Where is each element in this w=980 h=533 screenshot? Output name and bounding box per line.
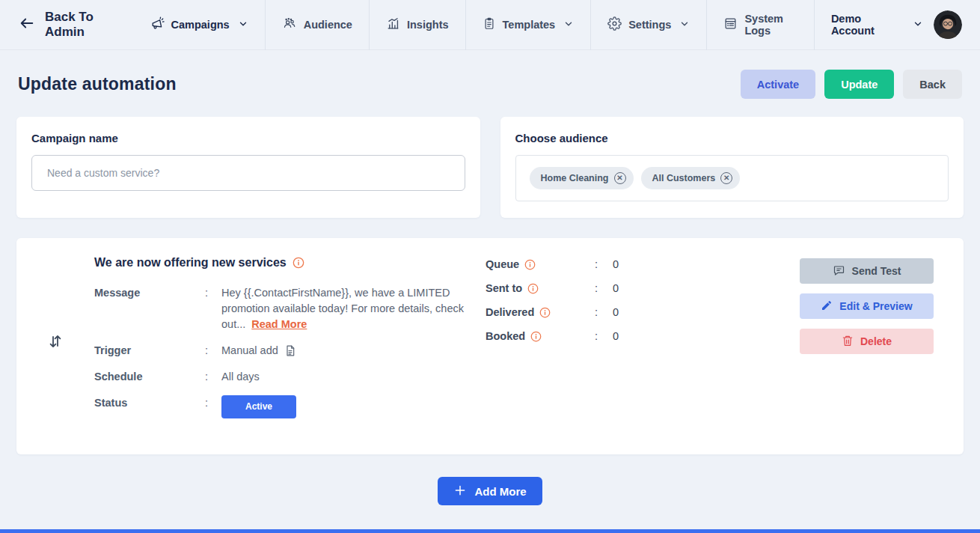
schedule-value: All days	[221, 369, 260, 385]
status-badge[interactable]: Active	[221, 395, 296, 418]
sent-to-stat-row: Sent to : 0	[486, 282, 800, 294]
colon-separator: :	[205, 395, 221, 418]
send-test-button[interactable]: Send Test	[800, 258, 934, 284]
trigger-value: Manual add	[221, 343, 296, 359]
audience-chip: Home Cleaning ✕	[530, 167, 634, 189]
campaign-name-input[interactable]	[31, 155, 465, 191]
trigger-row: Trigger : Manual add	[94, 343, 486, 359]
queue-stat-label: Queue	[486, 258, 595, 270]
colon-separator: :	[595, 282, 613, 294]
remove-chip-icon[interactable]: ✕	[614, 172, 626, 184]
automation-card: We are now offering new services Message…	[16, 238, 964, 454]
account-menu[interactable]: Demo Account	[814, 0, 934, 50]
audience-chip-label: Home Cleaning	[541, 173, 609, 183]
nav-item-audience[interactable]: Audience	[265, 0, 369, 50]
audience-chip-label: All Customers	[652, 173, 716, 183]
main-content: Campaign name Choose audience Home Clean…	[0, 117, 980, 505]
automation-stats: Queue : 0 Sent to : 0	[486, 256, 800, 429]
colon-separator: :	[595, 306, 613, 318]
nav-item-system-logs[interactable]: System Logs	[706, 0, 814, 50]
page-title: Update automation	[18, 74, 177, 94]
colon-separator: :	[595, 258, 613, 270]
add-more-container: Add More	[16, 477, 964, 505]
queue-stat-row: Queue : 0	[486, 258, 800, 270]
colon-separator: :	[205, 285, 221, 332]
colon-separator: :	[205, 343, 221, 359]
back-to-admin-button[interactable]: Back To Admin	[18, 10, 134, 40]
back-to-admin-label: Back To Admin	[45, 10, 134, 40]
gear-icon	[607, 16, 622, 33]
delete-label: Delete	[860, 335, 892, 347]
sent-to-stat-label: Sent to	[486, 282, 595, 294]
info-icon[interactable]	[530, 331, 542, 342]
nav-items: Campaigns Audience Insights Templates	[134, 0, 814, 50]
colon-separator: :	[595, 330, 613, 342]
send-test-label: Send Test	[852, 265, 901, 277]
clipboard-icon	[483, 16, 496, 33]
chevron-down-icon	[679, 19, 690, 31]
choose-audience-heading: Choose audience	[515, 132, 949, 144]
nav-label-system-logs: System Logs	[744, 13, 797, 37]
header-buttons: Activate Update Back	[741, 70, 962, 99]
nav-label-campaigns: Campaigns	[171, 19, 230, 31]
message-label: Message	[94, 285, 205, 332]
chevron-down-icon	[238, 19, 248, 31]
account-label: Demo Account	[831, 13, 905, 37]
campaign-name-heading: Campaign name	[31, 132, 465, 144]
remove-chip-icon[interactable]: ✕	[720, 172, 732, 184]
nav-item-settings[interactable]: Settings	[590, 0, 706, 50]
footer-accent-bar	[0, 529, 980, 533]
document-icon[interactable]	[284, 344, 296, 357]
people-icon	[282, 16, 297, 33]
activate-button[interactable]: Activate	[741, 70, 815, 99]
info-icon[interactable]	[527, 283, 539, 294]
nav-item-templates[interactable]: Templates	[465, 0, 591, 50]
schedule-label: Schedule	[94, 369, 205, 385]
delivered-label-text: Delivered	[486, 306, 534, 318]
campaign-name-card: Campaign name	[16, 117, 480, 218]
edit-preview-button[interactable]: Edit & Preview	[800, 293, 934, 319]
bar-chart-icon	[386, 16, 400, 33]
add-more-button[interactable]: Add More	[438, 477, 542, 505]
page-header: Update automation Activate Update Back	[0, 50, 980, 117]
top-navigation: Back To Admin Campaigns Audience Insight…	[0, 0, 980, 50]
info-icon[interactable]	[524, 259, 536, 270]
trigger-label: Trigger	[94, 343, 205, 359]
nav-item-campaigns[interactable]: Campaigns	[134, 0, 265, 50]
back-button[interactable]: Back	[903, 70, 962, 99]
automation-title: We are now offering new services	[94, 256, 287, 269]
automation-details: We are now offering new services Message…	[94, 256, 486, 429]
nav-label-insights: Insights	[407, 19, 449, 31]
reorder-drag-handle-icon[interactable]	[46, 332, 64, 354]
booked-stat-label: Booked	[486, 330, 595, 342]
audience-chip: All Customers ✕	[641, 167, 741, 189]
pencil-icon	[821, 299, 833, 314]
arrow-left-icon	[18, 15, 36, 35]
schedule-row: Schedule : All days	[94, 369, 486, 385]
chat-bubble-icon	[833, 264, 845, 278]
edit-preview-label: Edit & Preview	[839, 300, 912, 312]
nav-label-audience: Audience	[304, 19, 352, 31]
choose-audience-card: Choose audience Home Cleaning ✕ All Cust…	[500, 117, 964, 218]
trash-icon	[842, 335, 854, 349]
read-more-link[interactable]: Read More	[251, 318, 307, 330]
nav-item-insights[interactable]: Insights	[369, 0, 465, 50]
avatar[interactable]	[934, 10, 962, 39]
queue-stat-value: 0	[613, 258, 619, 270]
delivered-stat-value: 0	[613, 306, 619, 318]
list-icon	[723, 16, 738, 33]
booked-label-text: Booked	[486, 330, 525, 342]
booked-stat-row: Booked : 0	[486, 330, 800, 342]
automation-actions: Send Test Edit & Preview Delete	[800, 256, 949, 429]
message-value: Hey {{.ContactFirstName}}, we have a LIM…	[221, 285, 476, 332]
delete-button[interactable]: Delete	[800, 329, 934, 354]
plus-icon	[453, 484, 467, 499]
status-label: Status	[94, 395, 205, 418]
add-more-label: Add More	[474, 485, 526, 498]
audience-select-box[interactable]: Home Cleaning ✕ All Customers ✕	[515, 155, 949, 201]
colon-separator: :	[205, 369, 221, 385]
info-icon[interactable]	[293, 257, 304, 269]
update-button[interactable]: Update	[824, 70, 894, 99]
delivered-stat-label: Delivered	[486, 306, 595, 318]
info-icon[interactable]	[539, 307, 551, 318]
